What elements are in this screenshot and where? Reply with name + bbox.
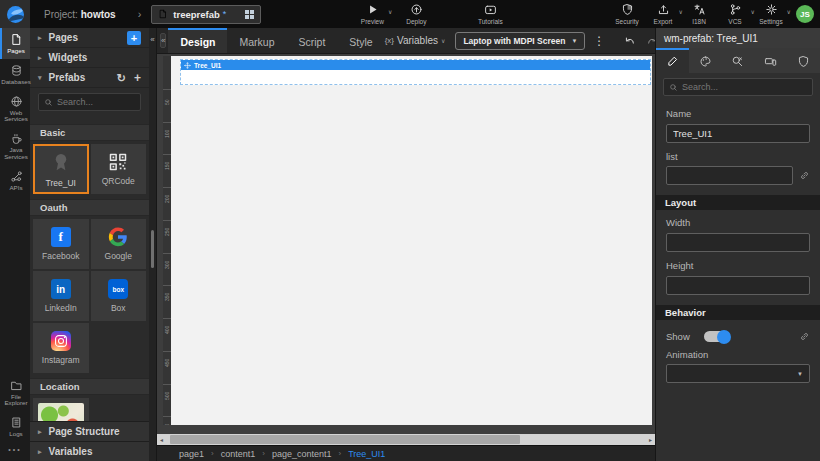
device-selector[interactable]: Laptop with MDPI Screen ▼: [455, 32, 585, 50]
animation-label: Animation: [666, 349, 810, 360]
prefab-search-input[interactable]: [57, 97, 135, 107]
unsaved-marker: *: [223, 9, 227, 19]
caret-right-icon: ▸: [38, 428, 42, 436]
properties-search-input[interactable]: [682, 82, 807, 92]
deploy-button[interactable]: Deploy: [399, 3, 433, 25]
breadcrumb-tree-ui1[interactable]: Tree_UI1: [348, 449, 385, 459]
scrollbar-thumb[interactable]: [151, 230, 154, 268]
preview-button[interactable]: ∨ Preview: [355, 3, 389, 25]
design-canvas[interactable]: 50100150200250300350400450500550 Tree_UI…: [157, 54, 655, 434]
scroll-right-arrow-icon[interactable]: ▸: [649, 436, 652, 443]
rail-overflow-button[interactable]: •••: [0, 442, 30, 461]
prefab-tile-map[interactable]: [33, 398, 89, 421]
vcs-button[interactable]: ∨ VCS: [718, 3, 752, 25]
breadcrumb-page1[interactable]: page1: [179, 449, 204, 459]
prefab-group-basic: Basic: [30, 124, 149, 141]
settings-button[interactable]: ∨ Settings: [754, 3, 788, 25]
add-page-button[interactable]: +: [127, 31, 141, 45]
scroll-left-arrow-icon[interactable]: ◂: [160, 436, 163, 443]
variables-dropdown[interactable]: {x} Variables ∨: [385, 35, 446, 46]
name-label: Name: [666, 108, 810, 119]
chevron-down-icon[interactable]: ∨: [388, 8, 392, 15]
translate-icon: [693, 3, 706, 16]
height-field[interactable]: [666, 276, 810, 295]
sidebar-item-apis[interactable]: APIs: [0, 165, 30, 196]
tab-properties[interactable]: [656, 48, 689, 73]
properties-panel-title: wm-prefab: Tree_UI1: [656, 28, 820, 48]
width-field[interactable]: [666, 233, 810, 252]
video-icon: [484, 3, 497, 16]
properties-form: Name list Layout Width Height Behavior S…: [656, 101, 820, 461]
scrollbar-thumb[interactable]: [170, 435, 520, 444]
page-icon: [158, 8, 168, 20]
sidebar-item-java-services[interactable]: Java Services: [0, 127, 30, 165]
export-button[interactable]: ∨ Export: [646, 3, 680, 25]
sidebar-item-pages[interactable]: Pages: [0, 28, 30, 59]
widget-selection-bar[interactable]: Tree_UI1: [181, 60, 650, 70]
chevron-down-icon[interactable]: ∨: [787, 8, 791, 15]
prefab-search: [30, 88, 149, 116]
tab-style[interactable]: Style: [337, 28, 384, 53]
sidebar-item-file-explorer[interactable]: File Explorer: [0, 374, 30, 412]
list-field[interactable]: [666, 166, 793, 185]
list-label: list: [666, 151, 810, 162]
more-options-kebab-icon[interactable]: ⋮: [593, 34, 605, 48]
vertical-ruler: 50100150200250300350400450500550: [163, 56, 171, 425]
prefab-tile-google[interactable]: Google: [91, 219, 147, 269]
prefab-tile-tree-ui[interactable]: Tree_UI: [33, 144, 89, 194]
sidebar-item-web-services[interactable]: Web Services: [0, 90, 30, 128]
tab-events[interactable]: [722, 48, 755, 73]
user-avatar[interactable]: JS: [796, 5, 814, 23]
topbar-right-actions: Security ∨ Export I18N ∨ VCS ∨ Settings …: [610, 3, 820, 25]
logs-icon: [10, 416, 23, 429]
box-icon: [108, 279, 128, 299]
widgets-section-header[interactable]: ▸ Widgets: [30, 48, 149, 68]
i18n-button[interactable]: I18N: [682, 3, 716, 25]
canvas-page[interactable]: Tree_UI1: [171, 56, 652, 425]
sidebar-item-databases[interactable]: Databases: [0, 59, 30, 90]
prefabs-section-header[interactable]: ▾ Prefabs ↻ +: [30, 68, 149, 88]
prefab-tile-qrcode[interactable]: QRCode: [91, 144, 147, 194]
tutorials-button[interactable]: Tutorials: [473, 3, 507, 25]
import-prefab-button[interactable]: +: [134, 73, 141, 83]
pages-icon: [10, 33, 23, 46]
prefab-tile-instagram[interactable]: Instagram: [33, 323, 89, 373]
page-structure-section-header[interactable]: ▸ Page Structure: [30, 421, 149, 441]
tab-design[interactable]: Design: [168, 28, 227, 53]
prefab-tile-facebook[interactable]: Facebook: [33, 219, 89, 269]
tab-markup[interactable]: Markup: [227, 28, 286, 53]
caret-down-icon: ▾: [38, 74, 42, 82]
prefab-tile-box[interactable]: Box: [91, 271, 147, 321]
app-logo[interactable]: [0, 0, 30, 28]
animation-select[interactable]: ▼: [666, 364, 810, 383]
security-button[interactable]: Security: [610, 3, 644, 25]
pages-section-header[interactable]: ▸ Pages +: [30, 28, 149, 48]
bind-link-icon[interactable]: [799, 170, 810, 181]
sidebar-item-logs[interactable]: Logs: [0, 411, 30, 442]
undo-button[interactable]: [618, 34, 641, 47]
tab-styles[interactable]: [689, 48, 722, 73]
open-page-selector[interactable]: treeprefab *: [151, 5, 261, 24]
tab-devices[interactable]: [754, 48, 787, 73]
tab-security[interactable]: [787, 48, 820, 73]
refresh-icon[interactable]: ↻: [117, 73, 126, 83]
chevron-right-icon: ›: [138, 8, 142, 20]
tab-script[interactable]: Script: [286, 28, 337, 53]
collapse-left-panel-button[interactable]: «: [149, 32, 156, 48]
tree-ui-widget[interactable]: Tree_UI1: [180, 59, 651, 85]
branch-icon: [729, 3, 742, 16]
page-grid-icon[interactable]: [245, 10, 254, 19]
variables-section-header[interactable]: ▸ Variables: [30, 441, 149, 461]
palette-icon: [699, 55, 712, 68]
move-icon: [184, 62, 191, 69]
facebook-icon: [51, 227, 71, 247]
bind-link-icon[interactable]: [799, 331, 810, 342]
collapse-panel-button[interactable]: «: [160, 33, 166, 48]
horizontal-scrollbar[interactable]: ◂ ▸: [157, 434, 655, 445]
prefab-tile-linkedin[interactable]: LinkedIn: [33, 271, 89, 321]
name-field[interactable]: [666, 124, 810, 143]
breadcrumb-page-content1[interactable]: page_content1: [272, 449, 332, 459]
left-panel-scrollbar[interactable]: «: [149, 28, 156, 461]
show-toggle[interactable]: [704, 331, 730, 342]
breadcrumb-content1[interactable]: content1: [221, 449, 256, 459]
